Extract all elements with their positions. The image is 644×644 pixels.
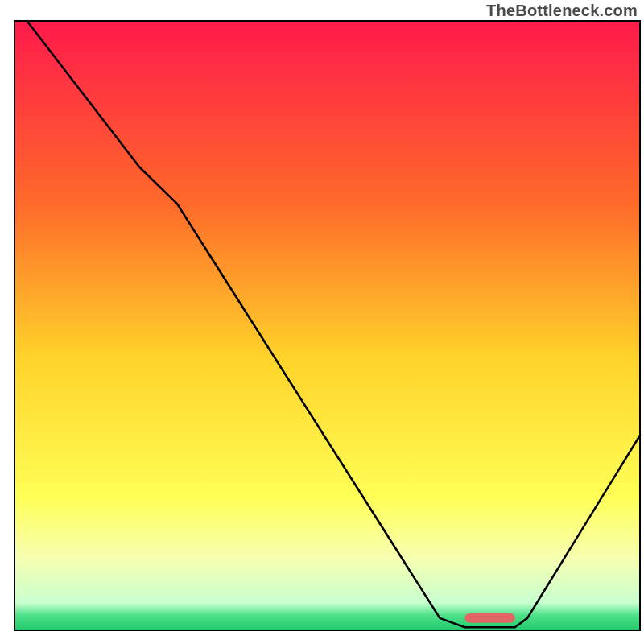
bottleneck-chart — [0, 0, 644, 644]
chart-stage: TheBottleneck.com — [0, 0, 644, 644]
optimal-marker — [464, 613, 514, 623]
gradient-background — [14, 21, 640, 630]
